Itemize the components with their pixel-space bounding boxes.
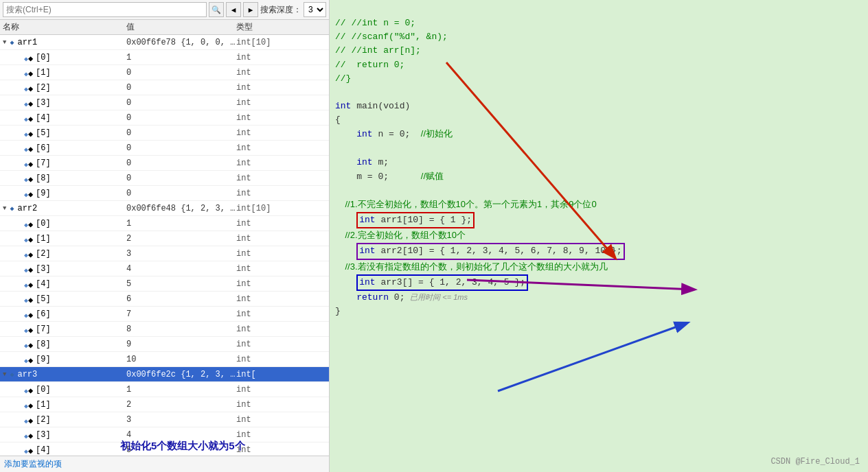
search-button[interactable]: 🔍 — [209, 2, 224, 17]
table-row[interactable]: ▼◆arr10x00f6fe78 {1, 0, 0, 0, 0, 0, 0, 0… — [0, 35, 329, 50]
table-row[interactable]: ◆[1]2int — [0, 397, 329, 412]
table-row[interactable]: ◆[7]8int — [0, 322, 329, 337]
search-bar: 🔍 ◀ ▶ 搜索深度： 3 — [0, 0, 329, 20]
cell-type: int[ — [236, 370, 326, 379]
table-row[interactable]: ◆[3]4int — [0, 261, 329, 276]
table-row[interactable]: ◆[5]6int — [0, 292, 329, 307]
cell-value: 10 — [126, 355, 236, 364]
cell-type: int — [236, 385, 326, 394]
member-icon: ◆ — [24, 401, 32, 409]
cell-value: 0 — [126, 128, 236, 138]
table-row[interactable]: ◆[8]9int — [0, 337, 329, 352]
table-row[interactable]: ▼◆arr30x00f6fe2c {1, 2, 3, 4, 5}int[ — [0, 367, 329, 382]
var-name: arr3 — [17, 370, 37, 379]
index-name: [4] — [36, 113, 51, 123]
table-row[interactable]: ◆[1]0int — [0, 65, 329, 80]
table-row[interactable]: ◆[9]10int — [0, 352, 329, 367]
cell-value: 0 — [126, 158, 236, 168]
table-row[interactable]: ◆[1]2int — [0, 231, 329, 246]
cell-value: 0x00f6fe78 {1, 0, 0, 0, 0, 0, 0, 0,... — [126, 38, 236, 47]
depth-select[interactable]: 3 — [304, 2, 326, 17]
table-row[interactable]: ◆[4]5int — [0, 276, 329, 292]
var-name: arr1 — [17, 38, 37, 47]
cell-value: 3 — [126, 249, 236, 259]
table-row[interactable]: ◆[8]0int — [0, 171, 329, 186]
cell-value: 0 — [126, 83, 236, 93]
cell-value: 0 — [126, 174, 236, 183]
member-icon: ◆ — [24, 265, 32, 273]
watermark: CSDN @Fire_Cloud_1 — [770, 457, 860, 467]
table-row[interactable]: ◆[0]1int — [0, 50, 329, 65]
table-row[interactable]: ◆[3]0int — [0, 95, 329, 110]
member-icon: ◆ — [24, 446, 32, 454]
forward-button[interactable]: ▶ — [243, 2, 258, 17]
cell-value: 4 — [126, 264, 236, 274]
watch-panel: 🔍 ◀ ▶ 搜索深度： 3 名称 值 类型 ▼◆arr10x00f6fe78 {… — [0, 0, 330, 472]
col-type: 类型 — [236, 21, 326, 33]
code-content: // //int n = 0; // //scanf("%d", &n); //… — [335, 3, 863, 332]
index-name: [1] — [36, 68, 51, 78]
array-icon: ◆ — [10, 370, 14, 379]
member-icon: ◆ — [24, 340, 32, 349]
depth-label: 搜索深度： — [260, 4, 301, 16]
cell-type: int — [236, 264, 326, 274]
index-name: [1] — [36, 234, 51, 244]
cell-type: int — [236, 158, 326, 168]
back-button[interactable]: ◀ — [226, 2, 241, 17]
table-row[interactable]: ◆[0]1int — [0, 382, 329, 397]
table-row[interactable]: ◆[5]0int — [0, 126, 329, 141]
member-icon: ◆ — [24, 250, 32, 258]
member-icon: ◆ — [24, 295, 32, 303]
member-icon: ◆ — [24, 280, 32, 288]
table-row[interactable]: ◆[7]0int — [0, 156, 329, 171]
index-name: [8] — [36, 174, 51, 183]
table-row[interactable]: ◆[6]0int — [0, 141, 329, 156]
table-row[interactable]: ◆[2]3int — [0, 412, 329, 427]
table-row[interactable]: ◆[2]0int — [0, 80, 329, 95]
index-name: [8] — [36, 340, 51, 349]
member-icon: ◆ — [24, 144, 32, 152]
col-value: 值 — [126, 21, 236, 33]
table-row[interactable]: ▼◆arr20x00f6fe48 {1, 2, 3, 4, 5, 6, 7, 8… — [0, 201, 329, 216]
search-input[interactable] — [3, 2, 207, 17]
member-icon: ◆ — [24, 69, 32, 77]
member-icon: ◆ — [24, 355, 32, 364]
table-row[interactable]: ◆[0]1int — [0, 216, 329, 231]
code-editor: // //int n = 0; // //scanf("%d", &n); //… — [330, 0, 868, 472]
table-row[interactable]: ◆[2]3int — [0, 246, 329, 261]
index-name: [7] — [36, 158, 51, 168]
cell-value: 2 — [126, 400, 236, 410]
expand-arrow[interactable]: ▼ — [3, 371, 6, 378]
index-name: [2] — [36, 415, 51, 425]
cell-type: int — [236, 219, 326, 228]
add-watch-bar[interactable]: 添加要监视的项 — [0, 456, 329, 472]
member-icon: ◆ — [24, 159, 32, 167]
index-name: [0] — [36, 219, 51, 228]
member-icon: ◆ — [24, 114, 32, 122]
index-name: [3] — [36, 98, 51, 108]
index-name: [0] — [36, 385, 51, 394]
expand-arrow[interactable]: ▼ — [3, 39, 6, 46]
member-icon: ◆ — [24, 84, 32, 92]
var-name: arr2 — [17, 204, 37, 213]
table-row[interactable]: ◆[6]7int — [0, 307, 329, 322]
index-name: [7] — [36, 324, 51, 334]
index-name: [5] — [36, 128, 51, 138]
cell-type: int — [236, 113, 326, 123]
member-icon: ◆ — [24, 54, 32, 62]
table-row[interactable]: ◆[9]0int — [0, 186, 329, 201]
table-row[interactable]: ◆[4]0int — [0, 110, 329, 126]
cell-value: 1 — [126, 385, 236, 394]
cell-value: 0x00f6fe48 {1, 2, 3, 4, 5, 6, 7, 8, 9,..… — [126, 204, 236, 213]
member-icon: ◆ — [24, 129, 32, 137]
cell-value: 1 — [126, 219, 236, 228]
cell-type: int — [236, 430, 326, 440]
expand-arrow[interactable]: ▼ — [3, 205, 6, 212]
cell-type: int — [236, 279, 326, 289]
watch-table: ▼◆arr10x00f6fe78 {1, 0, 0, 0, 0, 0, 0, 0… — [0, 35, 329, 456]
cell-value: 4 — [126, 430, 236, 440]
cell-value: 2 — [126, 234, 236, 244]
col-name: 名称 — [3, 21, 126, 33]
cell-type: int — [236, 249, 326, 259]
member-icon: ◆ — [24, 189, 32, 198]
